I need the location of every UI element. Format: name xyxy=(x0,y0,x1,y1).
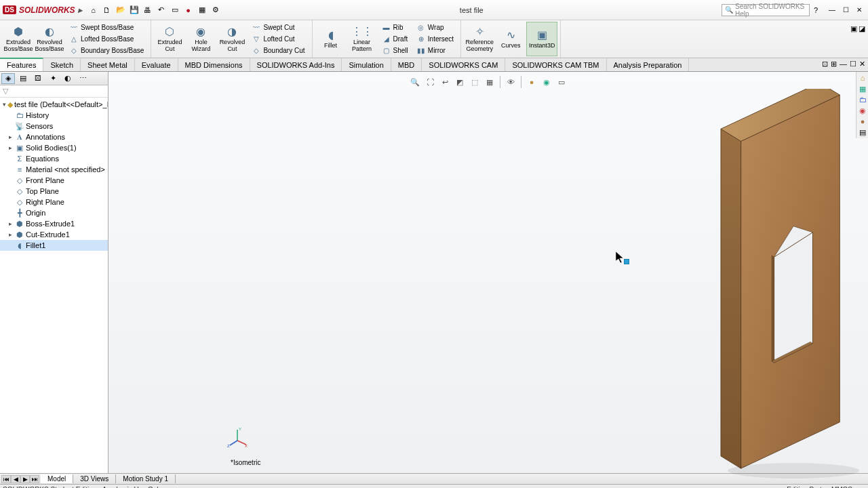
file-explorer-icon[interactable]: 🗀 xyxy=(858,95,867,104)
hole-wizard-button[interactable]: ◉Hole Wizard xyxy=(185,22,216,56)
tree-item-origin[interactable]: ╋Origin xyxy=(0,207,108,218)
tab-sheet-metal[interactable]: Sheet Metal xyxy=(81,58,135,71)
tab-simulation[interactable]: Simulation xyxy=(342,58,391,71)
shell-button[interactable]: ▢Shell xyxy=(379,45,411,56)
collapse-ribbon-icon[interactable]: ▣ xyxy=(850,24,857,33)
section-view-icon[interactable]: ◩ xyxy=(454,76,466,88)
filter-row[interactable]: ▽ xyxy=(0,85,108,98)
wrap-button[interactable]: ◎Wrap xyxy=(414,22,456,33)
tab-max-icon[interactable]: ☐ xyxy=(850,60,856,68)
rebuild-icon[interactable]: ● xyxy=(182,4,195,16)
nav-prev-icon[interactable]: ◀ xyxy=(11,475,20,483)
nav-next-icon[interactable]: ▶ xyxy=(20,475,30,483)
tree-item-equations[interactable]: ΣEquations xyxy=(0,153,108,164)
orientation-triad[interactable]: Y X Z xyxy=(227,427,248,447)
appearance-icon[interactable]: ● xyxy=(526,76,538,88)
play-icon[interactable]: ▸ xyxy=(78,5,82,15)
intersect-button[interactable]: ⊕Intersect xyxy=(414,34,456,45)
instant3d-button[interactable]: ▣Instant3D xyxy=(526,22,557,56)
tree-item-front-plane[interactable]: ◇Front Plane xyxy=(0,175,108,186)
chevron-right-icon[interactable]: ▸ xyxy=(7,144,14,151)
settings-icon[interactable]: ⚙ xyxy=(210,4,222,16)
bottom-tab-3d-views[interactable]: 3D Views xyxy=(73,474,116,483)
view-orient-icon[interactable]: ⬚ xyxy=(469,76,481,88)
chevron-down-icon[interactable]: ▾ xyxy=(3,101,6,108)
tree-item-material-not-specified-[interactable]: ≡Material <not specified> xyxy=(0,164,108,175)
swept-boss-button[interactable]: 〰Swept Boss/Base xyxy=(66,22,146,33)
graphics-viewport[interactable]: 🔍 ⛶ ↩ ◩ ⬚ ▦ 👁 ● ◉ ▭ xyxy=(108,72,868,473)
draft-button[interactable]: ◢Draft xyxy=(379,34,411,45)
fillet-button[interactable]: ◖Fillet xyxy=(315,22,347,56)
linear-pattern-button[interactable]: ⋮⋮Linear Pattern xyxy=(347,22,378,56)
revolved-boss-button[interactable]: ◐Revolved Boss/Base xyxy=(34,22,65,56)
tree-item-boss-extrude1[interactable]: ▸⬢Boss-Extrude1 xyxy=(0,218,108,229)
tab-analysis-preparation[interactable]: Analysis Preparation xyxy=(607,58,690,71)
chevron-right-icon[interactable]: ▸ xyxy=(7,220,14,227)
tab-close-icon[interactable]: ✕ xyxy=(859,60,865,68)
home-icon[interactable]: ⌂ xyxy=(87,4,100,16)
bottom-tab-model[interactable]: Model xyxy=(41,474,73,483)
mirror-button[interactable]: ▮▮Mirror xyxy=(414,45,456,56)
options-icon[interactable]: ▦ xyxy=(196,4,208,16)
tab-evaluate[interactable]: Evaluate xyxy=(135,58,178,71)
nav-last-icon[interactable]: ⏭ xyxy=(30,475,39,483)
property-tab-icon[interactable]: ▤ xyxy=(16,73,30,84)
tab-mbd[interactable]: MBD xyxy=(391,58,422,71)
save-icon[interactable]: 💾 xyxy=(128,4,140,16)
select-icon[interactable]: ▭ xyxy=(169,4,181,16)
print-icon[interactable]: 🖶 xyxy=(142,4,154,16)
swept-cut-button[interactable]: 〰Swept Cut xyxy=(249,22,307,33)
overflow-icon[interactable]: ⋯ xyxy=(76,73,90,84)
maximize-icon[interactable]: ☐ xyxy=(840,5,852,15)
ref-geometry-button[interactable]: ✧Reference Geometry xyxy=(464,22,495,56)
config-tab-icon[interactable]: ⚄ xyxy=(31,73,45,84)
display-tab-icon[interactable]: ◐ xyxy=(61,73,75,84)
tab-mbd-dimensions[interactable]: MBD Dimensions xyxy=(178,58,250,71)
chevron-right-icon[interactable]: ▸ xyxy=(7,231,14,238)
sw-resources-icon[interactable]: ⌂ xyxy=(858,73,867,83)
zoom-fit-icon[interactable]: 🔍 xyxy=(409,76,421,88)
chevron-right-icon[interactable]: ▸ xyxy=(7,134,14,140)
new-icon[interactable]: 🗋 xyxy=(101,4,113,16)
custom-props-icon[interactable]: ▤ xyxy=(858,127,867,137)
display-style-icon[interactable]: ▦ xyxy=(484,76,496,88)
bottom-tab-motion-study-1[interactable]: Motion Study 1 xyxy=(116,474,176,483)
tree-item-sensors[interactable]: 📡Sensors xyxy=(0,121,108,131)
view-settings-icon[interactable]: ▭ xyxy=(555,76,568,88)
tab-solidworks-cam-tbm[interactable]: SOLIDWORKS CAM TBM xyxy=(505,58,606,71)
lofted-cut-button[interactable]: ▽Lofted Cut xyxy=(249,34,307,45)
search-input[interactable]: 🔍 Search SOLIDWORKS Help xyxy=(722,4,810,16)
rib-button[interactable]: ▬Rib xyxy=(379,22,411,33)
tab-sketch[interactable]: Sketch xyxy=(43,58,81,71)
tree-item-solid-bodies-1-[interactable]: ▸▣Solid Bodies(1) xyxy=(0,142,108,153)
minimize-icon[interactable]: — xyxy=(826,5,838,15)
lofted-boss-button[interactable]: △Lofted Boss/Base xyxy=(66,34,146,45)
tab-solidworks-cam[interactable]: SOLIDWORKS CAM xyxy=(422,58,505,71)
tab-more-icon[interactable]: ⊞ xyxy=(831,60,837,68)
appearances-icon[interactable]: ● xyxy=(858,117,867,126)
help-icon[interactable]: ? xyxy=(810,4,822,16)
tree-item-fillet1[interactable]: ◖Fillet1 xyxy=(0,240,108,251)
tree-root[interactable]: ▾ ◆ test file (Default<<Default>_Display xyxy=(0,99,108,110)
tree-item-right-plane[interactable]: ◇Right Plane xyxy=(0,197,108,207)
feature-tree-tab-icon[interactable]: ◈ xyxy=(1,73,15,84)
hide-show-icon[interactable]: 👁 xyxy=(505,76,517,88)
task-pane-icon[interactable]: ◪ xyxy=(859,24,865,33)
tab-features[interactable]: Features xyxy=(0,58,43,71)
prev-view-icon[interactable]: ↩ xyxy=(439,76,451,88)
tab-solidworks-add-ins[interactable]: SOLIDWORKS Add-Ins xyxy=(250,58,342,71)
view-palette-icon[interactable]: ◉ xyxy=(858,106,867,115)
boundary-boss-button[interactable]: ◇Boundary Boss/Base xyxy=(66,45,146,56)
boundary-cut-button[interactable]: ◇Boundary Cut xyxy=(249,45,307,56)
tree-item-cut-extrude1[interactable]: ▸⬢Cut-Extrude1 xyxy=(0,229,108,240)
tree-item-annotations[interactable]: ▸𝐀Annotations xyxy=(0,131,108,142)
tab-min-icon[interactable]: — xyxy=(840,60,847,68)
undo-icon[interactable]: ↶ xyxy=(155,4,167,16)
extruded-cut-button[interactable]: ⬡Extruded Cut xyxy=(154,22,185,56)
revolved-cut-button[interactable]: ◑Revolved Cut xyxy=(216,22,248,56)
tab-popup-icon[interactable]: ⊡ xyxy=(822,60,828,68)
curves-button[interactable]: ∿Curves xyxy=(495,22,526,56)
zoom-area-icon[interactable]: ⛶ xyxy=(424,76,436,88)
open-icon[interactable]: 📂 xyxy=(115,4,127,16)
close-icon[interactable]: ✕ xyxy=(853,5,865,15)
